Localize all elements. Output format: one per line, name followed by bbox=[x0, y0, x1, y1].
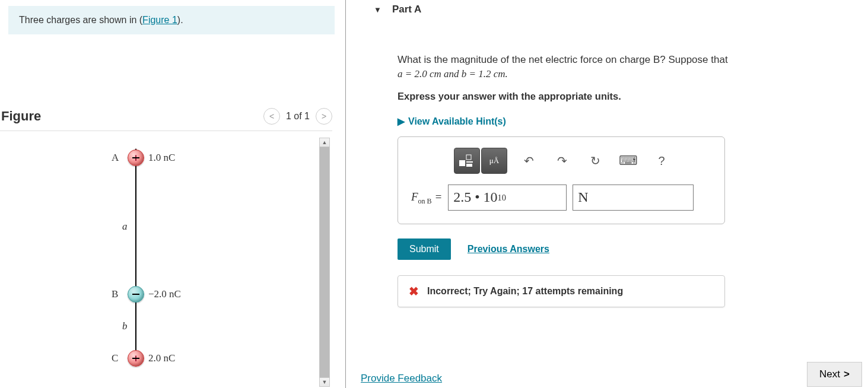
units-button[interactable]: μÅ bbox=[481, 148, 507, 174]
reset-icon: ↻ bbox=[590, 152, 600, 169]
tick-a bbox=[132, 157, 139, 158]
figure-body: + A 1.0 nC a − B −2.0 nC b + C 2.0 nC bbox=[0, 138, 318, 387]
feedback-box: ✖ Incorrect; Try Again; 17 attempts rema… bbox=[398, 275, 725, 307]
dim-a: a bbox=[122, 221, 128, 233]
redo-button[interactable]: ↷ bbox=[550, 149, 574, 173]
reset-button[interactable]: ↻ bbox=[583, 149, 607, 173]
svg-rect-0 bbox=[459, 160, 465, 166]
post-row: Submit Previous Answers bbox=[398, 238, 868, 260]
scroll-down-icon[interactable]: ▼ bbox=[319, 377, 330, 387]
axis-line bbox=[135, 152, 136, 365]
provide-feedback-link[interactable]: Provide Feedback bbox=[361, 373, 442, 384]
force-label: Fon B = bbox=[411, 189, 442, 206]
units-icon: μÅ bbox=[489, 155, 499, 166]
answer-box: μÅ ↶ ↷ ↻ ⌨ ? Fon B = 2.5 • 1010 N bbox=[398, 136, 725, 224]
prev-figure-button[interactable]: < bbox=[263, 108, 280, 125]
divider bbox=[0, 131, 332, 131]
scroll-up-icon[interactable]: ▲ bbox=[319, 138, 330, 147]
undo-icon: ↶ bbox=[524, 152, 534, 169]
left-pane: Three charges are shown in ( Figure 1 ).… bbox=[0, 0, 346, 388]
answer-toolbar: μÅ ↶ ↷ ↻ ⌨ ? bbox=[411, 148, 718, 174]
value-input[interactable]: 2.5 • 1010 bbox=[448, 185, 567, 211]
intro-box: Three charges are shown in ( Figure 1 ). bbox=[8, 6, 335, 34]
help-button[interactable]: ? bbox=[650, 149, 673, 173]
next-label: Next bbox=[819, 368, 840, 380]
question-given: a = 2.0 cm and b = 1.2 cm. bbox=[398, 68, 508, 79]
answer-instruction: Express your answer with the appropriate… bbox=[398, 90, 856, 103]
question-prefix: What is the magnitude of the net electri… bbox=[398, 54, 728, 65]
keyboard-button[interactable]: ⌨ bbox=[616, 149, 640, 173]
caret-right-icon: ▶ bbox=[398, 115, 405, 128]
figure-pager: < 1 of 1 > bbox=[263, 108, 332, 125]
intro-prefix: Three charges are shown in ( bbox=[19, 15, 142, 26]
charge-b-id: B bbox=[112, 288, 118, 300]
submit-button[interactable]: Submit bbox=[398, 238, 451, 260]
charge-b-value: −2.0 nC bbox=[148, 288, 181, 300]
tick-c bbox=[132, 358, 139, 359]
charge-c-id: C bbox=[112, 352, 118, 364]
scroll-track[interactable] bbox=[319, 147, 330, 377]
intro-suffix: ). bbox=[177, 15, 183, 26]
part-label: Part A bbox=[392, 4, 421, 15]
dim-b: b bbox=[122, 320, 128, 332]
templates-button[interactable] bbox=[454, 148, 480, 174]
question-area: What is the magnitude of the net electri… bbox=[361, 24, 868, 224]
hints-label: View Available Hint(s) bbox=[408, 115, 506, 128]
svg-rect-3 bbox=[466, 164, 472, 167]
answer-row: Fon B = 2.5 • 1010 N bbox=[411, 185, 718, 211]
figure-link[interactable]: Figure 1 bbox=[142, 15, 177, 26]
unit-input[interactable]: N bbox=[573, 185, 694, 211]
incorrect-icon: ✖ bbox=[409, 284, 419, 298]
charge-a-value: 1.0 nC bbox=[148, 152, 175, 164]
redo-icon: ↷ bbox=[557, 152, 567, 169]
figure-scrollbar[interactable]: ▲ ▼ bbox=[319, 138, 330, 387]
feedback-message: Incorrect; Try Again; 17 attempts remain… bbox=[427, 286, 623, 297]
figure-title: Figure bbox=[1, 109, 41, 124]
chevron-right-icon: > bbox=[844, 368, 850, 380]
keyboard-icon: ⌨ bbox=[619, 152, 638, 170]
question-text: What is the magnitude of the net electri… bbox=[398, 53, 856, 81]
figure-diagram: + A 1.0 nC a − B −2.0 nC b + C 2.0 nC bbox=[101, 138, 314, 375]
previous-answers-link[interactable]: Previous Answers bbox=[468, 244, 549, 255]
figure-header: Figure < 1 of 1 > bbox=[0, 108, 332, 125]
part-header[interactable]: ▼ Part A bbox=[361, 0, 868, 24]
svg-rect-1 bbox=[466, 155, 471, 160]
pager-text: 1 of 1 bbox=[286, 111, 310, 122]
templates-icon bbox=[459, 154, 475, 167]
next-button[interactable]: Next > bbox=[807, 362, 862, 387]
next-figure-button[interactable]: > bbox=[316, 108, 332, 125]
charge-a-id: A bbox=[112, 152, 119, 164]
right-pane: ▼ Part A What is the magnitude of the ne… bbox=[361, 0, 868, 388]
tick-b bbox=[132, 294, 139, 295]
caret-down-icon: ▼ bbox=[374, 5, 381, 14]
charge-c-value: 2.0 nC bbox=[148, 352, 175, 364]
undo-button[interactable]: ↶ bbox=[517, 149, 540, 173]
view-hints-link[interactable]: ▶ View Available Hint(s) bbox=[398, 115, 856, 128]
scroll-thumb[interactable] bbox=[320, 147, 329, 377]
help-icon: ? bbox=[658, 152, 664, 169]
